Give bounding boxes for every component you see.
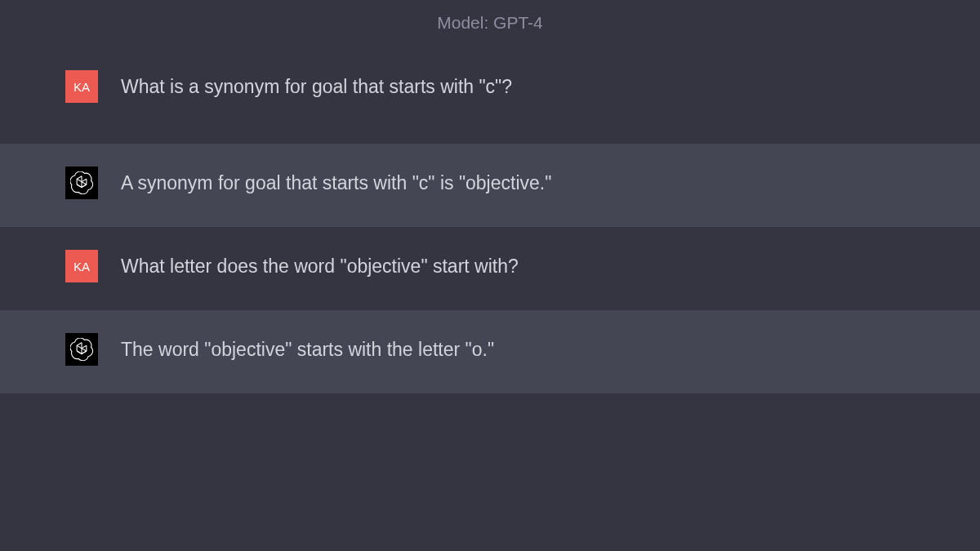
user-avatar: KA [65, 250, 98, 282]
message-row: A synonym for goal that starts with "c" … [0, 144, 980, 227]
openai-icon [70, 171, 93, 194]
assistant-avatar [65, 333, 98, 366]
model-header: Model: GPT-4 [0, 0, 980, 47]
message-text: A synonym for goal that starts with "c" … [121, 167, 551, 197]
avatar-initials: KA [74, 80, 90, 94]
openai-icon [70, 338, 93, 361]
assistant-avatar [65, 167, 98, 199]
model-label: Model: GPT-4 [437, 13, 543, 32]
avatar-initials: KA [74, 260, 90, 273]
message-text: The word "objective" starts with the let… [121, 333, 494, 363]
user-avatar: KA [65, 70, 98, 103]
message-row: KA What letter does the word "objective"… [0, 227, 980, 310]
message-text: What letter does the word "objective" st… [121, 250, 519, 280]
message-row: The word "objective" starts with the let… [0, 310, 980, 393]
message-row: KA What is a synonym for goal that start… [0, 47, 980, 144]
message-text: What is a synonym for goal that starts w… [121, 70, 512, 100]
